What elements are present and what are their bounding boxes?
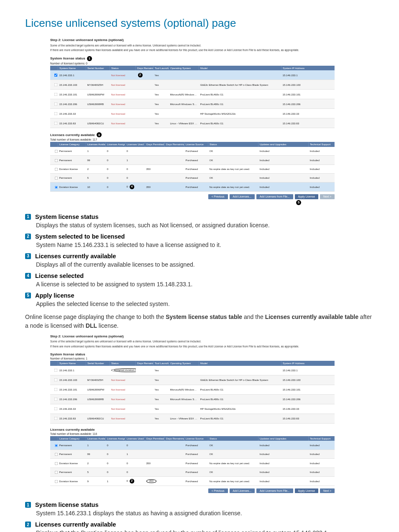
row-radio[interactable] [55,150,58,153]
button-next-[interactable]: Next > [320,488,335,493]
button-add-licenses-[interactable]: Add Licenses... [230,194,255,199]
col-header[interactable]: Days Remaining [165,142,184,146]
col-header[interactable]: Days Remaining [165,436,184,441]
col-header[interactable]: Days Remaining [136,361,153,365]
row-checkbox[interactable] [54,112,58,116]
table-row[interactable]: 15.146.233.33 Not licensed Yes HP Storag… [50,404,335,414]
col-header[interactable]: Tool Launch OK [153,66,169,70]
col-header[interactable]: Licenses Available [86,436,106,441]
row-radio[interactable] [55,186,58,189]
col-header[interactable]: Operating System [169,361,199,365]
col-header[interactable]: Model [199,361,281,365]
col-header[interactable]: Status [208,436,258,441]
table-row[interactable]: 15.146.233.103 MY36400Z5H Not licensed Y… [50,375,335,385]
row-checkbox[interactable] [54,103,58,106]
table-row[interactable]: 15.146.233.1 assigned duration license1 … [50,366,335,375]
callout-item: 5 Apply license Applies the selected lic… [25,292,374,308]
col-header[interactable]: System Name [58,361,86,365]
col-header[interactable]: Status [110,66,136,70]
col-header[interactable]: Serial Number [86,361,110,365]
row-checkbox[interactable] [54,378,58,382]
col-header[interactable]: License Source [184,436,208,441]
col-header[interactable]: Licenses Assigned [106,436,125,441]
table-row[interactable]: 15.146.233.83 USM64082CU Not licensed Ye… [50,118,335,128]
table-row[interactable]: Permanent 5 0 0 Purchased OK Included In… [50,468,335,476]
col-header[interactable]: System IP Address [281,66,335,70]
col-header[interactable]: Model [199,66,281,70]
licenses-available: 10 [86,182,106,191]
table-row[interactable]: 15.146.233.83 USM64082CU Not licensed Ye… [50,414,335,423]
button-add-licenses-from-file-[interactable]: Add Licenses from File... [256,194,293,199]
table-row[interactable]: 15.146.233.103 MY36400Z5H Not licensed Y… [50,80,335,90]
row-checkbox[interactable] [54,83,58,87]
button-next-[interactable]: Next > [320,194,335,199]
table-row[interactable]: Permanent 99 0 1 Purchased OK Included I… [50,450,335,458]
row-checkbox[interactable] [54,122,58,125]
button-add-licenses-[interactable]: Add Licenses... [230,488,255,493]
col-header[interactable]: Technical Support [309,436,335,441]
col-header[interactable]: Status [110,361,136,365]
table-row[interactable]: Permanent 99 0 1 Purchased OK Included I… [50,156,335,164]
row-checkbox[interactable] [54,407,58,411]
row-radio[interactable] [55,444,58,447]
button-add-licenses-from-file-[interactable]: Add Licenses from File... [256,488,293,493]
col-header[interactable]: System IP Address [281,361,335,365]
row-checkbox[interactable] [54,417,58,420]
row-checkbox[interactable] [54,398,58,401]
row-radio[interactable] [55,462,58,465]
col-header[interactable]: Updates and Upgrades [258,142,309,146]
table-row[interactable]: Duration license 10 0 0 4 350 Purchased … [50,182,335,191]
col-header[interactable]: Days Remaining [136,66,153,70]
col-header[interactable]: License Category [58,142,86,146]
button-apply-license[interactable]: Apply License [295,488,318,493]
col-header[interactable]: Operating System [169,66,199,70]
table-row[interactable]: 15.146.233.101 USM63906PW Not licensed Y… [50,385,335,394]
row-radio[interactable] [55,453,58,456]
system-name: 15.146.233.83 [58,118,86,128]
callout-description: Displays all of the currently available … [36,260,374,269]
col-header[interactable]: Serial Number [86,66,110,70]
col-header[interactable]: Licenses Assigned [106,142,125,146]
table-row[interactable]: 15.146.233.206 USM63908RB Not licensed Y… [50,99,335,109]
table-row[interactable]: Permanent 1 0 0 Purchased OK Included In… [50,147,335,156]
col-header[interactable]: Status [208,142,258,146]
col-header[interactable]: License Source [184,142,208,146]
col-header[interactable]: Updates and Upgrades [258,436,309,441]
table-row[interactable]: Permanent 5 0 0 Purchased OK Included In… [50,173,335,182]
row-radio[interactable] [55,159,58,162]
row-radio[interactable] [55,168,58,171]
col-header[interactable] [50,361,58,365]
col-header[interactable]: Technical Support [309,142,335,146]
col-header[interactable]: Days Permitted [145,142,165,146]
row-radio[interactable] [55,480,58,483]
table-row[interactable]: Duration license 2 0 0 350 Purchased No … [50,459,335,468]
row-checkbox[interactable] [54,93,58,96]
table-row[interactable]: Permanent 1 0 0 Purchased OK Included In… [50,441,335,450]
table-row[interactable]: 15.146.233.206 USM63908RB Not licensed Y… [50,394,335,404]
table-row[interactable]: Duration license 9 1 0 2 350 Purchased N… [50,477,335,486]
row-checkbox[interactable] [54,388,58,391]
table-row[interactable]: 15.146.233.101 USM63906PW Not licensed Y… [50,90,335,99]
col-header[interactable] [50,66,58,70]
col-header[interactable]: Licenses Used [125,436,145,441]
table-row[interactable]: Duration license 2 0 0 350 Purchased No … [50,164,335,173]
col-header[interactable]: Days Permitted [145,436,165,441]
button--previous[interactable]: < Previous [208,488,228,493]
col-header[interactable]: Licenses Available [86,142,106,146]
col-header[interactable] [50,142,58,146]
button--previous[interactable]: < Previous [208,194,228,199]
col-header[interactable] [50,436,58,441]
col-header[interactable]: Tool Launch OK [153,361,169,365]
col-header[interactable]: License Category [58,436,86,441]
row-radio[interactable] [55,177,58,180]
serial-number: USM63908RB [86,99,110,109]
row-checkbox[interactable] [54,369,58,372]
table-row[interactable]: 15.146.233.1 Not licensed 2 Yes 15.146.2… [50,70,335,80]
system-ip: 15.146.233.206 [281,99,335,109]
row-checkbox[interactable] [54,74,58,77]
table-row[interactable]: 15.146.233.33 Not licensed Yes HP Storag… [50,109,335,118]
col-header[interactable]: Licenses Used [125,142,145,146]
row-radio[interactable] [55,471,58,474]
col-header[interactable]: System Name [58,66,86,70]
button-apply-license[interactable]: Apply License [295,194,318,199]
